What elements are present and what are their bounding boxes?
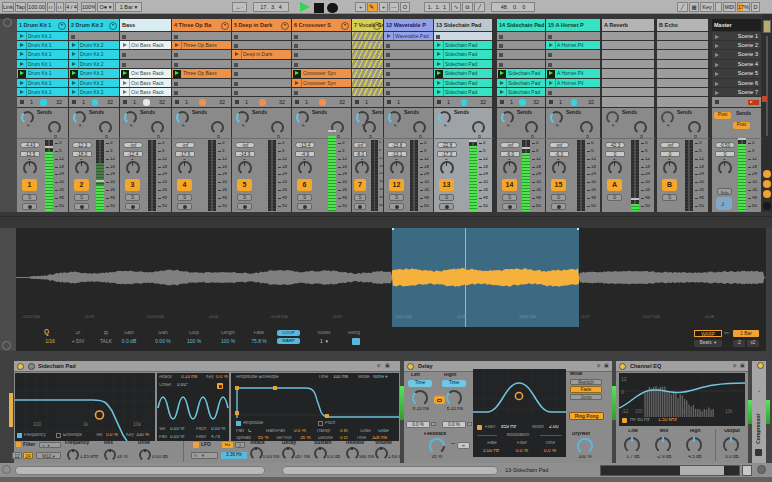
svg-text:10k: 10k [133, 421, 142, 427]
svg-text:1k: 1k [83, 421, 89, 427]
svg-text:100: 100 [33, 421, 42, 427]
svg-text:1k: 1k [681, 409, 687, 414]
svg-text:-12: -12 [621, 408, 628, 414]
svg-text:12: 12 [621, 376, 627, 382]
svg-text:10k: 10k [725, 409, 733, 414]
svg-text:0: 0 [621, 389, 624, 395]
svg-text:100: 100 [635, 409, 643, 414]
